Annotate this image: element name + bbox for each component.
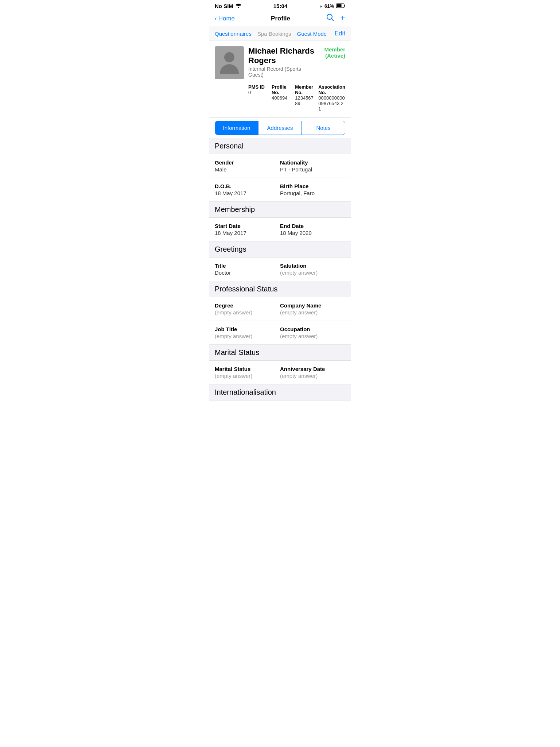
member-no-value: 123456789 <box>295 95 315 106</box>
association-no-value: 000000000009876543 21 <box>318 95 345 112</box>
profile-info: Michael Richards Rogers Internal Record … <box>248 46 345 112</box>
association-no-field: Association No. 000000000009876543 21 <box>318 84 345 112</box>
segment-tabs: Information Addresses Notes <box>215 121 345 135</box>
field-col-4-0-1: Anniversary Date(empty answer) <box>280 366 345 379</box>
sub-nav-guest-mode[interactable]: Guest Mode <box>297 31 327 37</box>
member-no-field: Member No. 123456789 <box>295 84 315 112</box>
field-col-2-0-0: TitleDoctor <box>215 263 280 276</box>
field-col-1-0-1: End Date18 May 2020 <box>280 223 345 236</box>
nav-bar: ‹ Home Profile + <box>209 11 351 27</box>
field-col-3-0-0: Degree(empty answer) <box>215 302 280 316</box>
page-title: Profile <box>271 15 290 22</box>
profile-name: Michael Richards Rogers <box>248 46 315 65</box>
field-col-3-1-1: Occupation(empty answer) <box>280 326 345 339</box>
section-header-2: Greetings <box>209 241 351 258</box>
section-header-5: Internationalisation <box>209 384 351 400</box>
field-label-3-1-0: Job Title <box>215 326 280 332</box>
field-value-0-0-1: PT - Portugal <box>280 166 345 173</box>
status-left: No SIM <box>215 3 241 9</box>
status-time: 15:04 <box>273 3 287 9</box>
svg-rect-2 <box>337 4 342 7</box>
search-button[interactable] <box>326 13 334 24</box>
field-col-0-0-1: NationalityPT - Portugal <box>280 159 345 173</box>
sub-nav: Questionnaires Spa Bookings Guest Mode E… <box>209 27 351 40</box>
pms-id-field: PMS ID 0 <box>248 84 269 112</box>
field-row-4-0: Marital Status(empty answer)Anniversary … <box>209 361 351 384</box>
field-value-1-0-0: 18 May 2017 <box>215 230 280 236</box>
field-row-1-0: Start Date18 May 2017End Date18 May 2020 <box>209 218 351 241</box>
battery-label: 61% <box>324 3 334 9</box>
field-label-0-1-1: Birth Place <box>280 183 345 189</box>
field-label-4-0-0: Marital Status <box>215 366 280 372</box>
field-col-1-0-0: Start Date18 May 2017 <box>215 223 280 236</box>
field-label-0-0-0: Gender <box>215 159 280 166</box>
profile-ids: PMS ID 0 Profile No. 400694 Member No. 1… <box>248 84 345 112</box>
sub-nav-questionnaires[interactable]: Questionnaires <box>215 31 252 37</box>
pms-id-label: PMS ID <box>248 84 269 90</box>
segment-tab-container: Information Addresses Notes <box>209 118 351 138</box>
bluetooth-icon: ⬦ <box>319 3 322 9</box>
wifi-icon <box>236 3 241 9</box>
field-row-0-1: D.O.B.18 May 2017Birth PlacePortugal, Fa… <box>209 178 351 202</box>
tab-information[interactable]: Information <box>215 121 258 135</box>
back-chevron-icon: ‹ <box>215 15 217 22</box>
sub-nav-spa-bookings[interactable]: Spa Bookings <box>257 31 291 37</box>
field-value-2-0-1: (empty answer) <box>280 270 345 276</box>
field-col-2-0-1: Salutation(empty answer) <box>280 263 345 276</box>
profile-no-value: 400694 <box>272 95 292 101</box>
field-label-3-0-0: Degree <box>215 302 280 309</box>
tab-notes[interactable]: Notes <box>302 121 345 135</box>
field-value-2-0-0: Doctor <box>215 270 280 276</box>
field-row-2-0: TitleDoctorSalutation(empty answer) <box>209 258 351 281</box>
section-header-1: Membership <box>209 202 351 218</box>
nav-actions: + <box>326 13 345 24</box>
back-label: Home <box>218 15 235 22</box>
svg-line-4 <box>331 19 334 21</box>
field-row-3-1: Job Title(empty answer)Occupation(empty … <box>209 321 351 345</box>
field-value-1-0-1: 18 May 2020 <box>280 230 345 236</box>
field-col-4-0-0: Marital Status(empty answer) <box>215 366 280 379</box>
add-button[interactable]: + <box>340 13 345 24</box>
edit-button[interactable]: Edit <box>335 30 345 37</box>
member-status: Member (Active) <box>315 46 345 59</box>
field-label-4-0-1: Anniversary Date <box>280 366 345 372</box>
battery-icon <box>336 3 345 9</box>
field-row-0-0: GenderMaleNationalityPT - Portugal <box>209 154 351 178</box>
field-label-1-0-1: End Date <box>280 223 345 229</box>
field-value-4-0-1: (empty answer) <box>280 373 345 379</box>
profile-name-row: Michael Richards Rogers Internal Record … <box>248 46 345 81</box>
field-label-1-0-0: Start Date <box>215 223 280 229</box>
status-right: ⬦ 61% <box>319 3 345 9</box>
field-label-3-1-1: Occupation <box>280 326 345 332</box>
svg-point-5 <box>224 52 234 62</box>
field-value-0-1-0: 18 May 2017 <box>215 190 280 196</box>
carrier-label: No SIM <box>215 3 233 9</box>
avatar <box>215 46 244 79</box>
profile-no-label: Profile No. <box>272 84 292 95</box>
field-value-3-1-0: (empty answer) <box>215 333 280 339</box>
field-label-0-1-0: D.O.B. <box>215 183 280 189</box>
svg-rect-1 <box>345 5 345 7</box>
field-label-0-0-1: Nationality <box>280 159 345 166</box>
field-value-3-0-0: (empty answer) <box>215 309 280 316</box>
member-no-label: Member No. <box>295 84 315 95</box>
status-bar: No SIM 15:04 ⬦ 61% <box>209 0 351 11</box>
field-value-3-0-1: (empty answer) <box>280 309 345 316</box>
field-col-0-0-0: GenderMale <box>215 159 280 173</box>
field-row-3-0: Degree(empty answer)Company Name(empty a… <box>209 297 351 321</box>
profile-subtitle: Internal Record (Sports Guest) <box>248 66 315 78</box>
tab-addresses[interactable]: Addresses <box>258 121 302 135</box>
association-no-label: Association No. <box>318 84 345 95</box>
back-button[interactable]: ‹ Home <box>215 15 235 22</box>
section-header-0: Personal <box>209 138 351 154</box>
field-col-0-1-0: D.O.B.18 May 2017 <box>215 183 280 196</box>
field-label-2-0-1: Salutation <box>280 263 345 269</box>
profile-no-field: Profile No. 400694 <box>272 84 292 112</box>
field-value-0-0-0: Male <box>215 166 280 173</box>
field-value-0-1-1: Portugal, Faro <box>280 190 345 196</box>
sub-nav-items: Questionnaires Spa Bookings Guest Mode <box>215 31 335 37</box>
profile-header: Michael Richards Rogers Internal Record … <box>209 40 351 118</box>
field-label-2-0-0: Title <box>215 263 280 269</box>
field-col-3-0-1: Company Name(empty answer) <box>280 302 345 316</box>
field-value-3-1-1: (empty answer) <box>280 333 345 339</box>
